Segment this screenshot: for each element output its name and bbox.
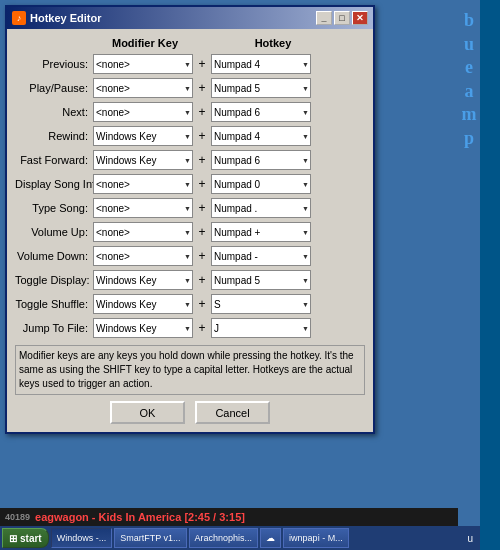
table-row: Display Song Info: <none>Windows Key + N… [15,173,365,195]
modifier-select-wrapper-vd: <none>Windows Key [93,246,193,266]
info-text: Modifier keys are any keys you hold down… [15,345,365,395]
status-number: 40189 [5,512,30,522]
modifier-select-vd[interactable]: <none>Windows Key [93,246,193,266]
taskbar-item-smartftp[interactable]: SmartFTP v1... [114,528,186,548]
hotkey-select-wrapper-tsh: SJ [211,294,311,314]
hotkey-editor-dialog: ♪ Hotkey Editor _ □ ✕ Modifier Key Hotke… [5,5,375,434]
hotkey-select-jtf[interactable]: JS [211,318,311,338]
taskbar-item-empty[interactable]: ☁ [260,528,281,548]
modifier-select-previous[interactable]: <none>Windows KeyShift [93,54,193,74]
deco-letter-5: m [462,104,477,126]
modifier-key-header: Modifier Key [90,37,200,49]
dialog-body: Modifier Key Hotkey Previous: <none>Wind… [7,29,373,432]
dialog-icon: ♪ [12,11,26,25]
table-row: Jump To File: Windows Key<none> + JS [15,317,365,339]
modifier-select-wrapper-next: <none>Windows Key [93,102,193,122]
maximize-button[interactable]: □ [334,11,350,25]
modifier-select-wrapper-dsi: <none>Windows Key [93,174,193,194]
plus-sign-ff: + [193,153,211,167]
row-label-previous: Previous: [15,58,93,70]
modifier-select-wrapper-previous: <none>Windows KeyShift [93,54,193,74]
table-row: Next: <none>Windows Key + Numpad 6Numpad… [15,101,365,123]
hotkey-select-previous[interactable]: Numpad 4Numpad 5 [211,54,311,74]
taskbar-item-label: Windows -... [57,533,107,543]
plus-sign-dsi: + [193,177,211,191]
modifier-select-tsh[interactable]: Windows Key<none> [93,294,193,314]
modifier-select-next[interactable]: <none>Windows Key [93,102,193,122]
table-row: Rewind: Windows Key<none> + Numpad 4Nump… [15,125,365,147]
plus-sign-ts: + [193,201,211,215]
modifier-select-wrapper-tsh: Windows Key<none> [93,294,193,314]
hotkey-select-wrapper-rewind: Numpad 4Numpad 5 [211,126,311,146]
hotkey-select-wrapper-jtf: JS [211,318,311,338]
plus-sign-playpause: + [193,81,211,95]
status-text: eagwagon - Kids In America [2:45 / 3:15] [35,511,245,523]
system-clock: u [462,533,478,544]
row-label-typesong: Type Song: [15,202,93,214]
hotkey-select-wrapper-vd: Numpad -Numpad + [211,246,311,266]
hotkey-select-playpause[interactable]: Numpad 5Numpad 4 [211,78,311,98]
dialog-titlebar: ♪ Hotkey Editor _ □ ✕ [7,7,373,29]
plus-sign-vu: + [193,225,211,239]
modifier-select-wrapper-ff: Windows Key<none> [93,150,193,170]
modifier-select-wrapper-ts: <none>Windows Key [93,198,193,218]
hotkey-select-wrapper-next: Numpad 6Numpad 4 [211,102,311,122]
plus-sign-next: + [193,105,211,119]
minimize-button[interactable]: _ [316,11,332,25]
modifier-select-jtf[interactable]: Windows Key<none> [93,318,193,338]
modifier-select-td[interactable]: Windows Key<none> [93,270,193,290]
deco-letter-1: b [464,10,474,32]
row-label-volumedown: Volume Down: [15,250,93,262]
modifier-select-rewind[interactable]: Windows Key<none> [93,126,193,146]
row-label-toggleshuffle: Toggle Shuffle: [15,298,93,310]
modifier-select-wrapper-vu: <none>Windows Key [93,222,193,242]
hotkey-select-wrapper-dsi: Numpad 0Numpad 4 [211,174,311,194]
taskbar-item-arachno[interactable]: Arachnophis... [189,528,259,548]
ok-button[interactable]: OK [110,401,185,424]
hotkey-select-wrapper-td: Numpad 5Numpad 4 [211,270,311,290]
hotkey-select-td[interactable]: Numpad 5Numpad 4 [211,270,311,290]
dialog-title: Hotkey Editor [30,12,102,24]
hotkey-select-vu[interactable]: Numpad +Numpad - [211,222,311,242]
plus-sign-jtf: + [193,321,211,335]
modifier-select-dsi[interactable]: <none>Windows Key [93,174,193,194]
row-label-displaysonginfo: Display Song Info: [15,178,93,190]
taskbar-item-label: ☁ [266,533,275,543]
hotkey-select-next[interactable]: Numpad 6Numpad 4 [211,102,311,122]
modifier-select-playpause[interactable]: <none>Windows Key [93,78,193,98]
hotkey-select-ff[interactable]: Numpad 6Numpad 4 [211,150,311,170]
taskbar-item-windows[interactable]: Windows -... [51,528,113,548]
hotkey-select-tsh[interactable]: SJ [211,294,311,314]
deco-letter-3: e [465,57,473,79]
modifier-select-vu[interactable]: <none>Windows Key [93,222,193,242]
hotkey-select-rewind[interactable]: Numpad 4Numpad 5 [211,126,311,146]
taskbar-item-iwnpapi[interactable]: iwnpapi - M... [283,528,349,548]
hotkey-header: Hotkey [218,37,328,49]
deco-letter-4: a [465,81,474,103]
modifier-select-wrapper-playpause: <none>Windows Key [93,78,193,98]
table-row: Type Song: <none>Windows Key + Numpad .N… [15,197,365,219]
close-button[interactable]: ✕ [352,11,368,25]
modifier-select-wrapper-td: Windows Key<none> [93,270,193,290]
table-row: Fast Forward: Windows Key<none> + Numpad… [15,149,365,171]
modifier-select-wrapper-jtf: Windows Key<none> [93,318,193,338]
hotkey-table: Previous: <none>Windows KeyShift + Numpa… [15,53,365,339]
button-row: OK Cancel [15,401,365,424]
start-button[interactable]: ⊞ start [2,528,49,548]
start-label: start [20,533,42,544]
hotkey-select-vd[interactable]: Numpad -Numpad + [211,246,311,266]
table-row: Play/Pause: <none>Windows Key + Numpad 5… [15,77,365,99]
table-row: Toggle Shuffle: Windows Key<none> + SJ [15,293,365,315]
plus-sign-previous: + [193,57,211,71]
row-label-next: Next: [15,106,93,118]
plus-sign-td: + [193,273,211,287]
hotkey-select-wrapper-ts: Numpad .Numpad 0 [211,198,311,218]
modifier-select-ts[interactable]: <none>Windows Key [93,198,193,218]
plus-sign-tsh: + [193,297,211,311]
hotkey-select-ts[interactable]: Numpad .Numpad 0 [211,198,311,218]
taskbar-item-label: iwnpapi - M... [289,533,343,543]
hotkey-select-dsi[interactable]: Numpad 0Numpad 4 [211,174,311,194]
hotkey-select-wrapper-ff: Numpad 6Numpad 4 [211,150,311,170]
modifier-select-ff[interactable]: Windows Key<none> [93,150,193,170]
cancel-button[interactable]: Cancel [195,401,270,424]
